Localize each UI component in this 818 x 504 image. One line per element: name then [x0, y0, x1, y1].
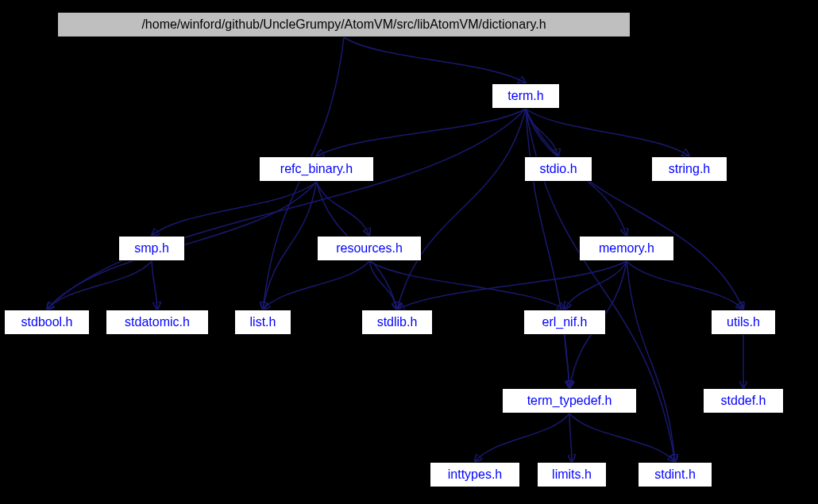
edge-resources-h-to-stdlib-h [369, 261, 397, 310]
dependency-graph: /home/winford/github/UncleGrumpy/AtomVM/… [0, 0, 818, 504]
node-term-typedef-h[interactable]: term_typedef.h [502, 388, 637, 414]
node-label: string.h [669, 162, 710, 176]
edge-term-h-to-stdlib-h [397, 109, 526, 310]
node-label: inttypes.h [448, 467, 502, 482]
node-memory-h[interactable]: memory.h [579, 236, 674, 261]
node-smp-h[interactable]: smp.h [118, 236, 185, 261]
node-label: stdint.h [654, 467, 696, 482]
edge-term-h-to-stdbool-h [47, 109, 526, 310]
node-label: stdbool.h [21, 315, 73, 329]
node-stdbool-h[interactable]: stdbool.h [4, 310, 90, 335]
node-erl-nif-h[interactable]: erl_nif.h [523, 310, 606, 335]
node-string-h[interactable]: string.h [651, 156, 727, 182]
edge-term-h-to-string-h [526, 109, 689, 156]
node-label: stdio.h [539, 162, 577, 176]
node-label: memory.h [599, 241, 654, 256]
edge-term-typedef-h-to-stdint-h [569, 414, 675, 462]
node-label: resources.h [336, 241, 403, 256]
node-stdlib-h[interactable]: stdlib.h [361, 310, 433, 335]
node-label: erl_nif.h [542, 315, 588, 329]
node-stdatomic-h[interactable]: stdatomic.h [106, 310, 209, 335]
node-limits-h[interactable]: limits.h [537, 462, 607, 487]
node-label: term.h [507, 89, 543, 103]
node-label: stddef.h [721, 394, 766, 408]
edge-term-h-to-stdio-h [526, 109, 558, 156]
node-label: smp.h [134, 241, 169, 256]
edge-dictionary-h-to-term-h [344, 37, 526, 83]
node-label: utils.h [727, 315, 760, 329]
node-label: stdlib.h [377, 315, 418, 329]
edge-resources-h-to-erl-nif-h [369, 261, 565, 310]
node-label: list.h [250, 315, 276, 329]
edge-smp-h-to-stdatomic-h [152, 261, 157, 310]
node-stdio-h[interactable]: stdio.h [524, 156, 592, 182]
edge-term-h-to-term-typedef-h [526, 109, 569, 388]
node-resources-h[interactable]: resources.h [317, 236, 422, 261]
node-utils-h[interactable]: utils.h [711, 310, 776, 335]
edge-resources-h-to-list-h [263, 261, 369, 310]
node-term-h[interactable]: term.h [492, 83, 560, 109]
node-refc-binary-h[interactable]: refc_binary.h [259, 156, 374, 182]
node-stdint-h[interactable]: stdint.h [638, 462, 712, 487]
node-dictionary-h: /home/winford/github/UncleGrumpy/AtomVM/… [57, 12, 631, 37]
edge-memory-h-to-stdlib-h [397, 261, 627, 310]
edge-refc-binary-h-to-resources-h [317, 182, 370, 236]
node-stddef-h[interactable]: stddef.h [703, 388, 784, 414]
edge-memory-h-to-erl-nif-h [565, 261, 627, 310]
node-label: term_typedef.h [527, 394, 612, 408]
edge-refc-binary-h-to-list-h [263, 182, 317, 310]
edge-memory-h-to-utils-h [627, 261, 743, 310]
node-label: stdatomic.h [125, 315, 190, 329]
node-inttypes-h[interactable]: inttypes.h [430, 462, 520, 487]
edge-term-h-to-utils-h [526, 109, 743, 310]
node-label: refc_binary.h [280, 162, 353, 176]
edge-refc-binary-h-to-smp-h [152, 182, 317, 236]
edge-term-typedef-h-to-limits-h [569, 414, 572, 462]
edge-memory-h-to-stdint-h [627, 261, 675, 462]
edge-term-typedef-h-to-inttypes-h [475, 414, 569, 462]
edge-erl-nif-h-to-term-typedef-h [565, 335, 569, 388]
edge-term-h-to-refc-binary-h [317, 109, 527, 156]
node-label: limits.h [552, 467, 592, 482]
edge-smp-h-to-stdbool-h [47, 261, 152, 310]
node-label: /home/winford/github/UncleGrumpy/AtomVM/… [141, 17, 546, 32]
node-list-h[interactable]: list.h [234, 310, 291, 335]
